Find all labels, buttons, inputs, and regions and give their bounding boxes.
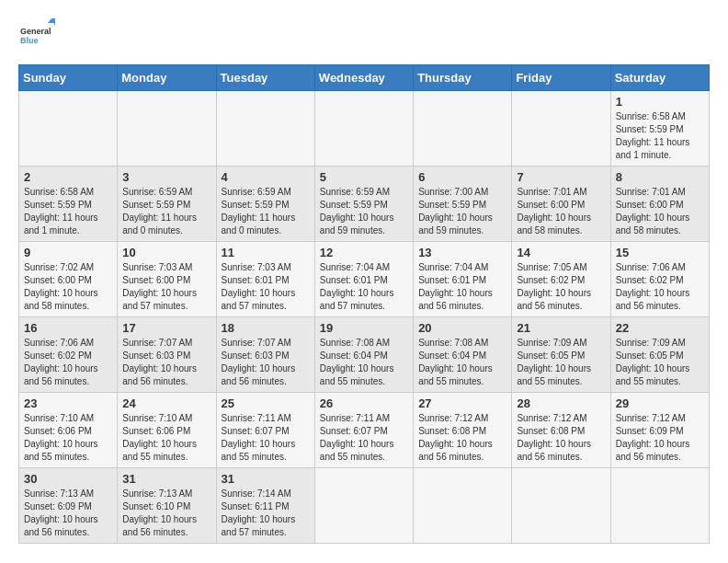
day-number: 27 — [418, 396, 506, 410]
calendar-day-cell: 19Sunrise: 7:08 AMSunset: 6:04 PMDayligh… — [314, 317, 413, 393]
day-info: Sunrise: 7:14 AMSunset: 6:11 PMDaylight:… — [222, 488, 310, 539]
calendar-day-cell: 6Sunrise: 7:00 AMSunset: 5:59 PMDaylight… — [414, 167, 512, 242]
day-info: Sunrise: 7:11 AMSunset: 6:07 PMDaylight:… — [320, 412, 408, 464]
calendar-day-cell: 13Sunrise: 7:04 AMSunset: 6:01 PMDayligh… — [414, 242, 512, 317]
page-header: General Blue — [18, 18, 710, 55]
calendar-day-cell: 15Sunrise: 7:06 AMSunset: 6:02 PMDayligh… — [610, 242, 709, 317]
calendar-day-cell — [314, 91, 413, 167]
svg-text:General: General — [20, 27, 51, 36]
day-info: Sunrise: 7:09 AMSunset: 6:05 PMDaylight:… — [517, 337, 605, 388]
day-number: 4 — [222, 170, 310, 184]
day-number: 22 — [616, 321, 704, 335]
calendar-day-cell: 29Sunrise: 7:12 AMSunset: 6:09 PMDayligh… — [610, 393, 709, 468]
calendar-day-cell: 11Sunrise: 7:03 AMSunset: 6:01 PMDayligh… — [216, 242, 314, 317]
calendar-day-cell — [314, 468, 413, 544]
day-info: Sunrise: 7:08 AMSunset: 6:04 PMDaylight:… — [320, 337, 408, 388]
calendar-day-cell: 10Sunrise: 7:03 AMSunset: 6:00 PMDayligh… — [118, 242, 216, 317]
day-info: Sunrise: 7:02 AMSunset: 6:00 PMDaylight:… — [24, 261, 112, 313]
day-info: Sunrise: 7:01 AMSunset: 6:00 PMDaylight:… — [517, 186, 605, 237]
day-info: Sunrise: 6:58 AMSunset: 5:59 PMDaylight:… — [24, 186, 112, 237]
day-number: 31 — [122, 472, 210, 486]
day-number: 12 — [320, 246, 408, 259]
calendar-day-cell: 16Sunrise: 7:06 AMSunset: 6:02 PMDayligh… — [19, 317, 118, 393]
day-number: 7 — [517, 170, 605, 184]
calendar-day-cell: 31Sunrise: 7:13 AMSunset: 6:10 PMDayligh… — [118, 468, 216, 544]
logo: General Blue — [18, 18, 55, 55]
day-number: 29 — [616, 396, 704, 410]
day-info: Sunrise: 7:06 AMSunset: 6:02 PMDaylight:… — [24, 337, 112, 388]
day-number: 5 — [320, 170, 408, 184]
day-info: Sunrise: 7:07 AMSunset: 6:03 PMDaylight:… — [122, 337, 210, 388]
calendar-day-cell — [512, 91, 610, 167]
calendar-day-cell: 2Sunrise: 6:58 AMSunset: 5:59 PMDaylight… — [19, 167, 118, 242]
calendar-day-header: Saturday — [610, 65, 709, 91]
day-number: 6 — [418, 170, 506, 184]
day-number: 13 — [418, 246, 506, 259]
calendar-day-cell: 22Sunrise: 7:09 AMSunset: 6:05 PMDayligh… — [610, 317, 709, 393]
calendar-day-cell: 21Sunrise: 7:09 AMSunset: 6:05 PMDayligh… — [512, 317, 610, 393]
day-number: 17 — [122, 321, 210, 335]
day-number: 8 — [616, 170, 704, 184]
day-number: 14 — [517, 246, 605, 259]
day-info: Sunrise: 7:04 AMSunset: 6:01 PMDaylight:… — [418, 261, 506, 313]
day-number: 25 — [222, 396, 310, 410]
calendar-day-cell: 7Sunrise: 7:01 AMSunset: 6:00 PMDaylight… — [512, 167, 610, 242]
day-info: Sunrise: 7:10 AMSunset: 6:06 PMDaylight:… — [24, 412, 112, 464]
calendar-week-row: 16Sunrise: 7:06 AMSunset: 6:02 PMDayligh… — [19, 317, 710, 393]
calendar-day-cell: 9Sunrise: 7:02 AMSunset: 6:00 PMDaylight… — [19, 242, 118, 317]
calendar-day-header: Friday — [512, 65, 610, 91]
day-number: 9 — [24, 246, 112, 259]
calendar-day-cell — [19, 91, 118, 167]
calendar-week-row: 30Sunrise: 7:13 AMSunset: 6:09 PMDayligh… — [19, 468, 710, 544]
day-number: 21 — [517, 321, 605, 335]
day-info: Sunrise: 7:03 AMSunset: 6:00 PMDaylight:… — [122, 261, 210, 313]
day-info: Sunrise: 7:03 AMSunset: 6:01 PMDaylight:… — [222, 261, 310, 313]
day-info: Sunrise: 6:59 AMSunset: 5:59 PMDaylight:… — [122, 186, 210, 237]
day-info: Sunrise: 7:13 AMSunset: 6:09 PMDaylight:… — [24, 488, 112, 539]
day-info: Sunrise: 7:11 AMSunset: 6:07 PMDaylight:… — [222, 412, 310, 464]
day-info: Sunrise: 7:10 AMSunset: 6:06 PMDaylight:… — [122, 412, 210, 464]
day-info: Sunrise: 7:12 AMSunset: 6:08 PMDaylight:… — [418, 412, 506, 464]
calendar-day-cell: 5Sunrise: 6:59 AMSunset: 5:59 PMDaylight… — [314, 167, 413, 242]
day-info: Sunrise: 7:08 AMSunset: 6:04 PMDaylight:… — [418, 337, 506, 388]
day-number: 26 — [320, 396, 408, 410]
day-info: Sunrise: 7:06 AMSunset: 6:02 PMDaylight:… — [616, 261, 704, 313]
calendar-day-cell: 1Sunrise: 6:58 AMSunset: 5:59 PMDaylight… — [610, 91, 709, 167]
day-info: Sunrise: 6:59 AMSunset: 5:59 PMDaylight:… — [320, 186, 408, 237]
day-number: 20 — [418, 321, 506, 335]
day-number: 15 — [616, 246, 704, 259]
day-info: Sunrise: 7:04 AMSunset: 6:01 PMDaylight:… — [320, 261, 408, 313]
calendar-week-row: 2Sunrise: 6:58 AMSunset: 5:59 PMDaylight… — [19, 167, 710, 242]
calendar-day-cell: 20Sunrise: 7:08 AMSunset: 6:04 PMDayligh… — [414, 317, 512, 393]
day-number: 19 — [320, 321, 408, 335]
day-info: Sunrise: 7:05 AMSunset: 6:02 PMDaylight:… — [517, 261, 605, 313]
calendar-week-row: 9Sunrise: 7:02 AMSunset: 6:00 PMDaylight… — [19, 242, 710, 317]
calendar-week-row: 1Sunrise: 6:58 AMSunset: 5:59 PMDaylight… — [19, 91, 710, 167]
day-number: 2 — [24, 170, 112, 184]
calendar-week-row: 23Sunrise: 7:10 AMSunset: 6:06 PMDayligh… — [19, 393, 710, 468]
svg-text:Blue: Blue — [20, 36, 39, 45]
calendar-day-cell: 17Sunrise: 7:07 AMSunset: 6:03 PMDayligh… — [118, 317, 216, 393]
day-info: Sunrise: 7:13 AMSunset: 6:10 PMDaylight:… — [122, 488, 210, 539]
logo-icon: General Blue — [18, 18, 55, 55]
day-info: Sunrise: 7:00 AMSunset: 5:59 PMDaylight:… — [418, 186, 506, 237]
day-info: Sunrise: 7:01 AMSunset: 6:00 PMDaylight:… — [616, 186, 704, 237]
calendar-day-cell — [512, 468, 610, 544]
day-number: 28 — [517, 396, 605, 410]
calendar-day-cell — [610, 468, 709, 544]
calendar-day-cell: 3Sunrise: 6:59 AMSunset: 5:59 PMDaylight… — [118, 167, 216, 242]
calendar-day-cell: 4Sunrise: 6:59 AMSunset: 5:59 PMDaylight… — [216, 167, 314, 242]
day-info: Sunrise: 6:59 AMSunset: 5:59 PMDaylight:… — [222, 186, 310, 237]
calendar-day-header: Monday — [118, 65, 216, 91]
calendar-day-header: Sunday — [19, 65, 118, 91]
calendar-day-cell: 25Sunrise: 7:11 AMSunset: 6:07 PMDayligh… — [216, 393, 314, 468]
calendar-day-cell: 14Sunrise: 7:05 AMSunset: 6:02 PMDayligh… — [512, 242, 610, 317]
calendar-day-cell: 23Sunrise: 7:10 AMSunset: 6:06 PMDayligh… — [19, 393, 118, 468]
calendar-day-cell: 26Sunrise: 7:11 AMSunset: 6:07 PMDayligh… — [314, 393, 413, 468]
day-info: Sunrise: 6:58 AMSunset: 5:59 PMDaylight:… — [616, 110, 704, 162]
day-info: Sunrise: 7:09 AMSunset: 6:05 PMDaylight:… — [616, 337, 704, 388]
calendar-day-cell: 30Sunrise: 7:13 AMSunset: 6:09 PMDayligh… — [19, 468, 118, 544]
calendar-day-header: Tuesday — [216, 65, 314, 91]
calendar-day-cell: 27Sunrise: 7:12 AMSunset: 6:08 PMDayligh… — [414, 393, 512, 468]
calendar-header-row: SundayMondayTuesdayWednesdayThursdayFrid… — [19, 65, 710, 91]
